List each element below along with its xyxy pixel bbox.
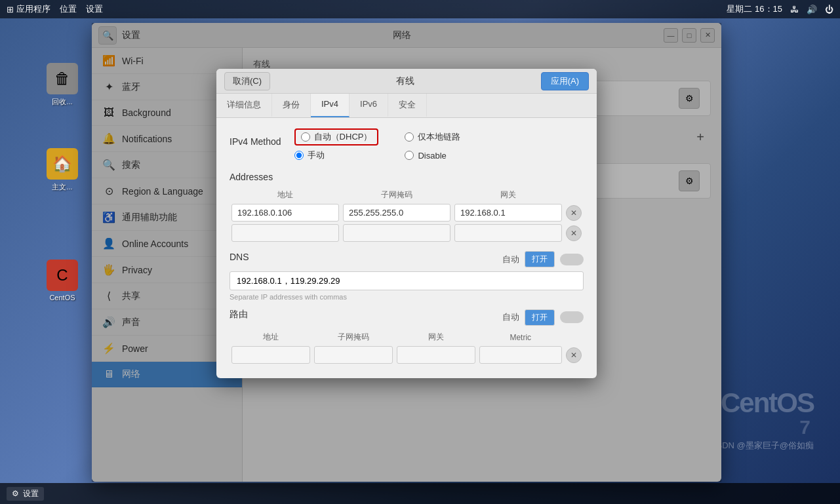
dialog-title: 有线: [396, 75, 414, 87]
route-table: 地址 子网掩码 网关 Metric ✕: [230, 330, 584, 365]
topbar-right: 星期二 16：15 🖧 🔊 ⏻: [727, 3, 833, 15]
option-disable[interactable]: Disable: [405, 149, 489, 161]
dns-input[interactable]: [230, 271, 584, 290]
route-col-ip-label: 地址: [230, 330, 312, 345]
table-row: ✕: [230, 345, 584, 365]
route-ip-1[interactable]: [231, 346, 310, 364]
tab-detail[interactable]: 详细信息: [216, 94, 272, 117]
method-label: IPv4 Method: [230, 136, 281, 147]
volume-icon[interactable]: 🔊: [807, 5, 817, 14]
option-manual[interactable]: 手动: [294, 149, 379, 161]
centos-version: 7: [799, 416, 810, 438]
apps-menu[interactable]: ⊞ 应用程序: [7, 3, 50, 15]
dns-title: DNS: [230, 252, 249, 262]
apply-button[interactable]: 应用(A): [541, 72, 589, 90]
radio-auto-dhcp[interactable]: [301, 132, 310, 142]
centos-icon: C: [47, 260, 78, 291]
cancel-button[interactable]: 取消(C): [224, 72, 270, 90]
route-toggle-off: [560, 311, 584, 323]
desktop-icon-recycle[interactable]: 🗑 回收...: [43, 59, 82, 111]
method-row: IPv4 Method 自动（DHCP） 仅本地链路: [230, 128, 584, 161]
tab-security[interactable]: 安全: [388, 94, 427, 117]
route-subnet-1[interactable]: [314, 346, 393, 364]
option-link-local[interactable]: 仅本地链路: [405, 128, 489, 145]
dialog-overlay: 取消(C) 有线 应用(A) 详细信息 身份 IPv4 IPv6 安全: [92, 23, 721, 482]
auto-dhcp-outlined: 自动（DHCP）: [294, 128, 379, 145]
radio-disable[interactable]: [405, 151, 414, 160]
addresses-section: Addresses 地址 子网掩码 网关: [230, 172, 584, 243]
col-subnet-label: 子网掩码: [341, 187, 452, 203]
centos-label: CentOS: [49, 294, 75, 301]
desktop-icon-centos[interactable]: C CentOS: [43, 256, 82, 305]
dialog-titlebar: 取消(C) 有线 应用(A): [216, 69, 597, 94]
apps-icon: ⊞: [7, 5, 14, 14]
col-ip-label: 地址: [230, 187, 341, 203]
dns-toggle-off: [560, 254, 584, 265]
tab-identity[interactable]: 身份: [272, 94, 311, 117]
topbar: ⊞ 应用程序 位置 设置 星期二 16：15 🖧 🔊 ⏻: [0, 0, 840, 18]
taskbar: ⚙ 设置: [0, 483, 840, 504]
route-header-row: 路由 自动 打开: [230, 309, 584, 326]
taskbar-settings-icon: ⚙: [12, 489, 19, 498]
apps-label[interactable]: 应用程序: [16, 3, 50, 15]
dns-hint: Separate IP addresses with commas: [230, 293, 584, 301]
radio-link-local[interactable]: [405, 132, 414, 142]
dns-header-row: DNS 自动 打开: [230, 251, 584, 267]
tab-ipv6[interactable]: IPv6: [350, 94, 388, 117]
route-col-gateway-label: 网关: [395, 330, 477, 345]
home-icon: 🏠: [47, 148, 78, 180]
addresses-title: Addresses: [230, 172, 584, 182]
route-col-subnet-label: 子网掩码: [312, 330, 395, 345]
table-row: ✕: [230, 223, 584, 243]
route-gateway-1[interactable]: [397, 346, 475, 364]
dialog-body: IPv4 Method 自动（DHCP） 仅本地链路: [216, 118, 597, 378]
addr-subnet-1[interactable]: [343, 204, 450, 222]
dns-toggle-button[interactable]: 打开: [525, 251, 555, 267]
settings-menu[interactable]: 设置: [86, 3, 103, 15]
delete-route-row-1[interactable]: ✕: [566, 347, 582, 363]
route-toggle-button[interactable]: 打开: [525, 309, 555, 326]
table-row: ✕: [230, 203, 584, 223]
recycle-label: 回收...: [52, 97, 72, 107]
radio-manual[interactable]: [294, 151, 304, 160]
method-options: 自动（DHCP） 仅本地链路 手动 Di: [294, 128, 490, 161]
addr-ip-2[interactable]: [231, 224, 339, 242]
route-auto-label: 自动: [502, 311, 519, 323]
addr-gateway-1[interactable]: [454, 204, 562, 222]
delete-row-2[interactable]: ✕: [566, 225, 582, 241]
route-col-metric-label: Metric: [477, 330, 564, 345]
centos-logo: CentOS: [721, 387, 814, 419]
addr-ip-1[interactable]: [231, 204, 339, 222]
addresses-table: 地址 子网掩码 网关 ✕: [230, 187, 584, 243]
network-dialog: 取消(C) 有线 应用(A) 详细信息 身份 IPv4 IPv6 安全: [216, 69, 597, 378]
dns-section: DNS 自动 打开 Separate IP addresses with com…: [230, 251, 584, 301]
watermark: CSDN @墨家巨子@俗如痴: [710, 440, 814, 452]
recycle-icon: 🗑: [47, 63, 78, 94]
dialog-tabs: 详细信息 身份 IPv4 IPv6 安全: [216, 94, 597, 118]
addr-subnet-2[interactable]: [343, 224, 450, 242]
option-auto-dhcp[interactable]: 自动（DHCP）: [294, 128, 379, 145]
route-metric-1[interactable]: [479, 346, 562, 364]
taskbar-settings-label: 设置: [23, 488, 39, 499]
route-auto-row: 自动 打开: [502, 309, 584, 326]
network-icon[interactable]: 🖧: [790, 5, 799, 14]
delete-row-1[interactable]: ✕: [566, 205, 582, 221]
route-title: 路由: [230, 309, 248, 320]
power-icon[interactable]: ⏻: [825, 5, 833, 14]
dns-auto-label: 自动: [502, 254, 519, 265]
position-menu[interactable]: 位置: [60, 3, 77, 15]
taskbar-settings-item[interactable]: ⚙ 设置: [7, 487, 44, 501]
desktop-icon-home[interactable]: 🏠 主文...: [43, 144, 82, 196]
tab-ipv4[interactable]: IPv4: [311, 94, 350, 117]
dns-auto-row: 自动 打开: [502, 251, 584, 267]
route-section: 路由 自动 打开 地址 子网掩码 网关 Metric: [230, 309, 584, 365]
addr-gateway-2[interactable]: [454, 224, 562, 242]
col-gateway-label: 网关: [452, 187, 564, 203]
method-section: IPv4 Method 自动（DHCP） 仅本地链路: [230, 128, 584, 161]
topbar-left: ⊞ 应用程序 位置 设置: [7, 3, 103, 15]
datetime-label: 星期二 16：15: [727, 3, 782, 15]
home-label: 主文...: [52, 182, 72, 192]
